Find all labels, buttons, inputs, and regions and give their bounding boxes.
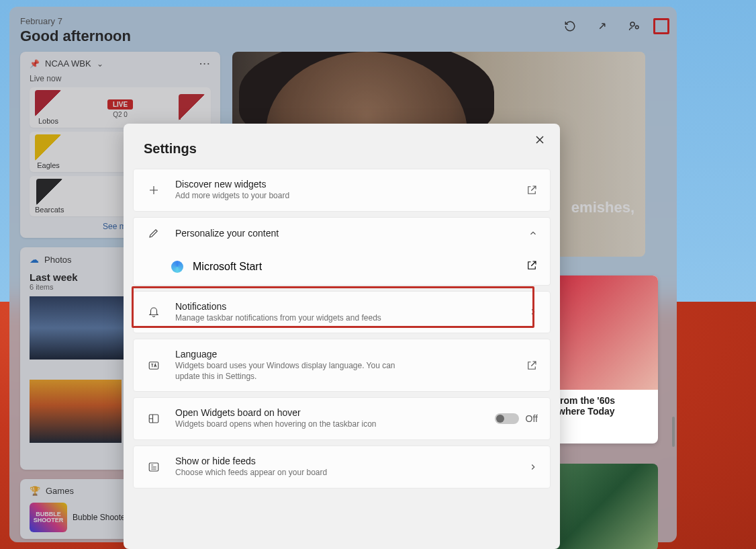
chevron-up-icon [528,228,538,238]
language-icon [146,360,162,372]
scrollbar-thumb[interactable] [672,417,675,447]
msstart-icon [171,261,183,273]
chevron-right-icon [528,307,538,316]
settings-item-language[interactable]: Language Widgets board uses your Windows… [133,339,551,392]
chevron-right-icon [528,462,538,472]
settings-item-feeds[interactable]: Show or hide feeds Choose which feeds ap… [133,446,551,489]
board-icon [146,413,162,425]
plus-icon [146,184,162,196]
item-subtitle: Manage taskbar notifications from your w… [175,313,404,324]
item-title: Notifications [175,301,515,312]
item-title: Open Widgets board on hover [175,407,481,418]
hover-toggle[interactable] [495,413,519,424]
item-title: Language [175,349,512,360]
feeds-icon [146,461,162,473]
settings-item-hover[interactable]: Open Widgets board on hover Widgets boar… [133,397,551,440]
settings-subitem-msstart[interactable]: Microsoft Start [133,249,551,286]
open-external-icon [526,184,538,196]
open-external-icon [526,259,538,274]
toggle-state: Off [526,413,538,424]
settings-item-personalize[interactable]: Personalize your content [133,217,551,249]
item-subtitle: Add more widgets to your board [175,191,404,202]
settings-item-notifications[interactable]: Notifications Manage taskbar notificatio… [133,291,551,334]
item-title: Microsoft Start [193,261,516,273]
item-title: Show or hide feeds [175,456,515,466]
item-title: Personalize your content [175,228,515,239]
item-subtitle: Choose which feeds appear on your board [175,468,404,478]
bell-icon [146,306,162,318]
settings-dialog: Settings Discover new widgets Add more w… [124,124,560,549]
settings-item-discover[interactable]: Discover new widgets Add more widgets to… [133,169,551,212]
item-subtitle: Widgets board opens when hovering on the… [175,419,404,430]
settings-title: Settings [132,133,552,169]
svg-rect-3 [149,362,158,370]
item-subtitle: Widgets board uses your Windows display … [175,361,404,382]
item-title: Discover new widgets [175,179,512,189]
pencil-icon [146,227,162,239]
open-external-icon [526,360,538,372]
close-button[interactable] [532,132,548,148]
